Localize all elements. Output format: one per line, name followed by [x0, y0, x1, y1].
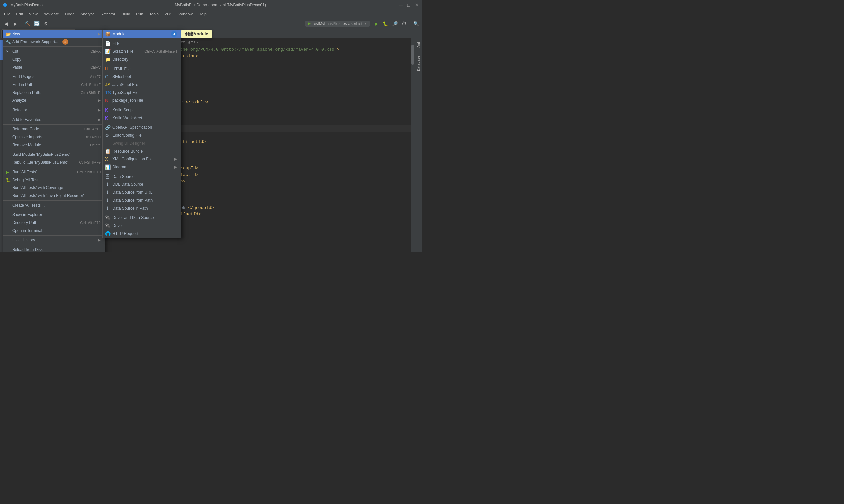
new-http-request[interactable]: 🌐 HTTP Request [103, 230, 181, 237]
new-resource-bundle[interactable]: 📋 Resource Bundle [103, 147, 181, 155]
menu-file[interactable]: File [1, 11, 13, 17]
ctx-dir-path[interactable]: Directory Path Ctrl+Alt+F12 [3, 219, 104, 227]
new-pkg-label: package.json File [113, 98, 143, 103]
menu-window[interactable]: Window [176, 11, 195, 17]
ctx-run-coverage[interactable]: Run 'All Tests' with Coverage [3, 184, 104, 192]
new-file[interactable]: 📄 File [103, 39, 181, 48]
ctx-optimize[interactable]: Optimize Imports Ctrl+Alt+O [3, 133, 104, 141]
new-ds-url[interactable]: 🗄 Data Source from URL [103, 188, 181, 196]
menu-run[interactable]: Run [134, 11, 146, 17]
new-scratch-icon: 📝 [105, 49, 111, 54]
menu-code[interactable]: Code [62, 11, 77, 17]
ctx-build-module[interactable]: Build Module 'MyBatisPlusDemo' [3, 150, 104, 159]
ctx-show-explorer[interactable]: Show in Explorer [3, 211, 104, 219]
back-button[interactable]: ◀ [2, 20, 10, 28]
new-editorconfig[interactable]: ⚙ EditorConfig File [103, 131, 181, 139]
badge-2: 2 [62, 39, 68, 45]
menu-navigate[interactable]: Navigate [41, 11, 62, 17]
new-ds-icon: 🗄 [105, 174, 110, 179]
new-ds-path[interactable]: 🗄 Data Source from Path [103, 196, 181, 204]
ctx-remove-module[interactable]: Remove Module Delete [3, 141, 104, 149]
new-stylesheet[interactable]: C Stylesheet [103, 73, 181, 81]
ctx-run-jfr[interactable]: Run 'All Tests' with 'Java Flight Record… [3, 192, 104, 200]
ctx-find-usages[interactable]: Find Usages Alt+F7 [3, 73, 104, 81]
menu-build[interactable]: Build [119, 11, 133, 17]
new-diag-icon: 📊 [105, 164, 111, 170]
menu-tools[interactable]: Tools [147, 11, 161, 17]
vtab-ant[interactable]: Ant [415, 39, 422, 50]
settings-button[interactable]: ⚙ [42, 20, 50, 28]
new-scratch-file[interactable]: 📝 Scratch File Ctrl+Alt+Shift+Insert [103, 48, 181, 55]
new-directory[interactable]: 📁 Directory [103, 55, 181, 63]
new-html[interactable]: H HTML File [103, 65, 181, 73]
run-config-selector[interactable]: ▶ TestMybatisPlus.testUserList ▼ [305, 21, 369, 27]
new-data-source[interactable]: 🗄 Data Source [103, 173, 181, 181]
menu-analyze[interactable]: Analyze [78, 11, 97, 17]
editor-scroll-thumb[interactable] [411, 45, 414, 65]
menu-refactor[interactable]: Refactor [98, 11, 118, 17]
debug-button[interactable]: 🐛 [381, 20, 389, 28]
maximize-button[interactable]: □ [406, 2, 411, 7]
ctx-debug-tests[interactable]: 🐛 Debug 'All Tests' [3, 176, 104, 184]
ctx-new[interactable]: 📂 New ▶ [3, 30, 104, 38]
sync-button[interactable]: 🔄 [33, 20, 40, 28]
ctx-paste[interactable]: Paste Ctrl+V [3, 63, 104, 71]
ctx-reformat-shortcut: Ctrl+Alt+L [84, 127, 101, 131]
new-ts[interactable]: TS TypeScript File [103, 89, 181, 96]
ctx-replace-path-label: Replace in Path... [12, 90, 44, 95]
new-kotlin-script[interactable]: K Kotlin Script [103, 106, 181, 114]
ctx-local-history[interactable]: Local History ▶ [3, 236, 104, 244]
menu-edit[interactable]: Edit [14, 11, 26, 17]
ctx-refactor[interactable]: Refactor ▶ [3, 106, 104, 114]
new-driver-ds-label: Driver and Data Source [113, 215, 154, 220]
ctx-reload[interactable]: Reload from Disk [3, 246, 104, 252]
ctx-sep-9 [3, 210, 104, 210]
ctx-sep-10 [3, 235, 104, 236]
ctx-run-tests[interactable]: ▶ Run 'All Tests' Ctrl+Shift+F10 [3, 168, 104, 176]
new-module[interactable]: 📦 Module... 3 [103, 30, 181, 38]
ctx-sep-1 [3, 47, 104, 47]
new-driver-ds[interactable]: 🔌 Driver and Data Source [103, 214, 181, 222]
new-ts-label: TypeScript File [113, 90, 138, 95]
ctx-create-tests[interactable]: Create 'All Tests'... [3, 201, 104, 209]
new-dir-icon: 📁 [105, 57, 111, 62]
ctx-replace-in-path[interactable]: Replace in Path... Ctrl+Shift+R [3, 89, 104, 96]
new-driver[interactable]: 🔌 Driver [103, 222, 181, 230]
ctx-find-in-path[interactable]: Find in Path... Ctrl+Shift+F [3, 81, 104, 89]
vtab-database[interactable]: Database [415, 53, 422, 74]
new-js[interactable]: JS JavaScript File [103, 81, 181, 89]
new-ddl-source[interactable]: 🗄 DDL Data Source [103, 181, 181, 188]
new-openapi[interactable]: 🔗 OpenAPI Specification [103, 124, 181, 131]
ctx-open-terminal[interactable]: Open in Terminal [3, 227, 104, 235]
profile-button[interactable]: ⏱ [400, 20, 408, 28]
window-controls: ─ □ ✕ [398, 2, 419, 7]
build-button[interactable]: 🔨 [23, 20, 31, 28]
editor-scrollbar[interactable] [411, 38, 414, 252]
ctx-new-label: New [12, 32, 20, 36]
forward-button[interactable]: ▶ [11, 20, 19, 28]
ctx-new-arrow: ▶ [98, 32, 101, 36]
new-ds-in-path[interactable]: 🗄 Data Source in Path [103, 204, 181, 212]
new-resource-bundle-label: Resource Bundle [113, 149, 143, 154]
new-kotlin-worksheet[interactable]: K Kotlin Worksheet [103, 114, 181, 122]
new-package-json[interactable]: N package.json File [103, 96, 181, 104]
ctx-analyze[interactable]: Analyze ▶ [3, 96, 104, 104]
new-xml-config[interactable]: X XML Configuration File ▶ [103, 155, 181, 163]
ctx-cut[interactable]: ✂ Cut Ctrl+X [3, 48, 104, 55]
menu-vcs[interactable]: VCS [162, 11, 175, 17]
coverage-button[interactable]: 🔎 [391, 20, 399, 28]
ctx-copy[interactable]: Copy [3, 55, 104, 63]
search-everywhere-button[interactable]: 🔍 [412, 20, 420, 28]
ctx-reformat[interactable]: Reformat Code Ctrl+Alt+L [3, 125, 104, 133]
new-diagram[interactable]: 📊 Diagram ▶ [103, 163, 181, 171]
minimize-button[interactable]: ─ [398, 2, 403, 7]
ctx-rebuild[interactable]: Rebuild ...le 'MyBatisPlusDemo' Ctrl+Shi… [3, 159, 104, 166]
menu-view[interactable]: View [27, 11, 40, 17]
ctx-add-framework[interactable]: 🔧 Add Framework Support... 2 [3, 38, 104, 46]
ctx-add-favorites[interactable]: Add to Favorites ▶ [3, 115, 104, 124]
close-button[interactable]: ✕ [414, 2, 419, 7]
run-button[interactable]: ▶ [372, 20, 380, 28]
app-icon: 🔷 [3, 3, 7, 7]
new-driver-ds-icon: 🔌 [105, 215, 111, 220]
menu-help[interactable]: Help [196, 11, 209, 17]
